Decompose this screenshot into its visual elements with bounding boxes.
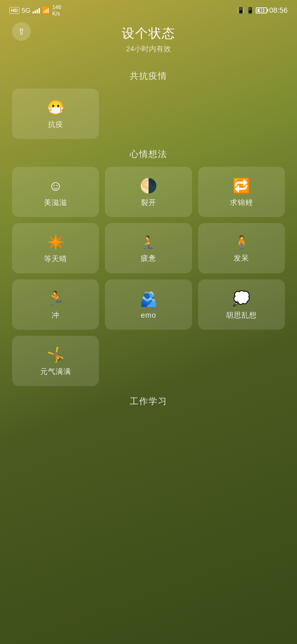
sim-icon: 📱 — [246, 7, 254, 14]
epidemic-section: 共抗疫情 😷 抗疫 — [0, 70, 297, 139]
kangyi-label: 抗疫 — [48, 119, 63, 129]
pibei-icon: 🧎 — [140, 236, 156, 249]
dengtiaqing-label: 等天晴 — [44, 254, 67, 264]
hd-badge: HD — [9, 7, 19, 14]
back-arrow-icon: ⇧ — [18, 26, 25, 37]
card-fadai[interactable]: 🧍 发呆 — [198, 223, 285, 273]
pibei-label: 疲惫 — [141, 253, 156, 263]
card-meizizzi[interactable]: ☺️ 美滋滋 — [12, 167, 99, 217]
mood-section: 心情想法 ☺️ 美滋滋 🌗 裂开 🔁 求锦鲤 ✴️ 等天晴 🧎 疲惫 🧍 发呆 — [0, 148, 297, 386]
status-right: 📳 📱 93 08:56 — [237, 6, 288, 15]
yuanqi-grid: 🤸 元气满满 — [12, 336, 285, 386]
epidemic-grid: 😷 抗疫 — [12, 89, 285, 139]
epidemic-section-title: 共抗疫情 — [12, 70, 285, 82]
card-pibei[interactable]: 🧎 疲惫 — [105, 223, 192, 273]
card-liekai[interactable]: 🌗 裂开 — [105, 167, 192, 217]
signal-icon — [33, 7, 40, 13]
chong-icon: 🏃 — [47, 291, 64, 306]
battery-icon: 93 — [256, 7, 267, 13]
husiluanxiang-icon: 💭 — [233, 291, 250, 306]
card-qiujinli[interactable]: 🔁 求锦鲤 — [198, 167, 285, 217]
meizizzi-icon: ☺️ — [48, 179, 63, 193]
liekai-icon: 🌗 — [140, 179, 157, 193]
work-section-title: 工作学习 — [0, 395, 297, 414]
card-dengtiaqing[interactable]: ✴️ 等天晴 — [12, 223, 99, 273]
dengtiaqing-icon: ✴️ — [47, 235, 64, 249]
qiujinli-icon: 🔁 — [233, 179, 250, 193]
fadai-label: 发呆 — [234, 253, 249, 263]
page-subtitle: 24小时内有效 — [126, 44, 171, 54]
card-chong[interactable]: 🏃 冲 — [12, 279, 99, 330]
mood-grid: ☺️ 美滋滋 🌗 裂开 🔁 求锦鲤 ✴️ 等天晴 🧎 疲惫 🧍 发呆 🏃 冲 — [12, 167, 285, 330]
meizizzi-label: 美滋滋 — [44, 198, 67, 208]
nfc-icon: 📳 — [237, 7, 244, 14]
network-type: 5G — [21, 7, 31, 14]
page-title: 设个状态 — [122, 25, 175, 42]
card-kangyi[interactable]: 😷 抗疫 — [12, 89, 99, 139]
back-button[interactable]: ⇧ — [12, 22, 31, 41]
liekai-label: 裂开 — [141, 198, 156, 208]
yuanqimanman-label: 元气满满 — [40, 367, 71, 377]
yuanqi-row: 🤸 元气满满 — [12, 336, 285, 386]
qiujinli-label: 求锦鲤 — [230, 198, 253, 208]
husiluanxiang-label: 胡思乱想 — [226, 310, 257, 320]
status-left: HD 5G 📶 146K/s — [9, 4, 61, 17]
emo-label: emo — [141, 311, 156, 320]
page-header: ⇧ 设个状态 24小时内有效 — [0, 19, 297, 61]
network-speed: 146K/s — [52, 4, 61, 17]
chong-label: 冲 — [52, 310, 59, 320]
card-yuanqimanman[interactable]: 🤸 元气满满 — [12, 336, 99, 386]
fadai-icon: 🧍 — [234, 236, 249, 249]
card-husiluanxiang[interactable]: 💭 胡思乱想 — [198, 279, 285, 330]
card-emo[interactable]: 🫂 emo — [105, 279, 192, 330]
kangyi-icon: 😷 — [47, 101, 64, 115]
time-display: 08:56 — [269, 6, 288, 15]
emo-icon: 🫂 — [140, 292, 157, 306]
mood-section-title: 心情想法 — [12, 148, 285, 160]
status-bar: HD 5G 📶 146K/s 📳 📱 93 08:56 — [0, 0, 297, 19]
wifi-icon: 📶 — [42, 6, 50, 14]
yuanqimanman-icon: 🤸 — [47, 348, 64, 362]
